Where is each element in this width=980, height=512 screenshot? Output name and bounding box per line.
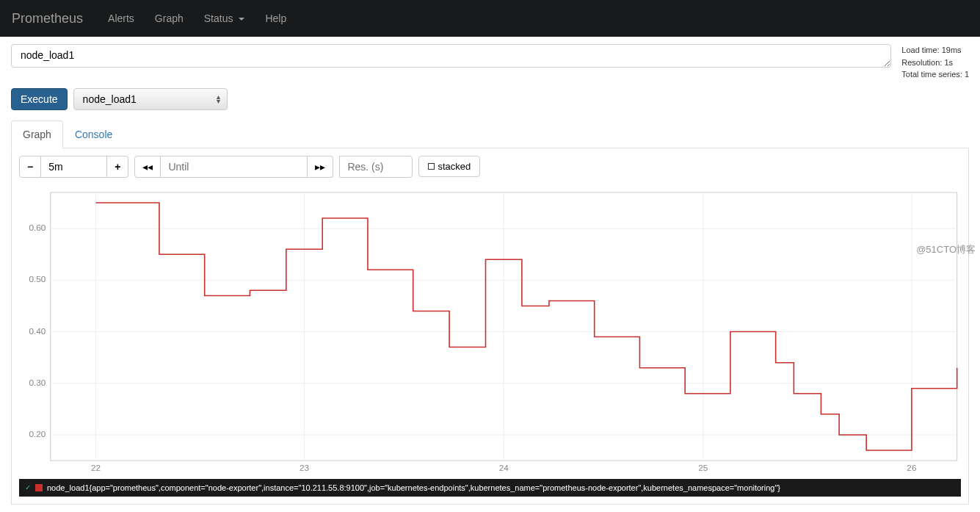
svg-text:24: 24 bbox=[499, 464, 509, 472]
svg-text:0.20: 0.20 bbox=[29, 430, 46, 439]
time-back-button[interactable]: ◂◂ bbox=[134, 156, 161, 178]
navbar: Prometheus Alerts Graph Status Help bbox=[0, 0, 980, 37]
caret-down-icon bbox=[239, 18, 244, 21]
range-decrease-button[interactable]: − bbox=[19, 156, 41, 178]
expression-input[interactable] bbox=[11, 44, 891, 68]
execute-button[interactable]: Execute bbox=[11, 88, 68, 110]
range-increase-button[interactable]: + bbox=[107, 156, 128, 178]
result-tabs: Graph Console bbox=[11, 120, 969, 148]
tab-console[interactable]: Console bbox=[63, 120, 124, 148]
nav-graph[interactable]: Graph bbox=[155, 12, 184, 24]
tab-graph[interactable]: Graph bbox=[11, 120, 63, 148]
nav-help[interactable]: Help bbox=[265, 12, 286, 24]
legend[interactable]: ✓ node_load1{app="prometheus",component=… bbox=[19, 479, 961, 497]
svg-text:25: 25 bbox=[698, 464, 708, 472]
stacked-toggle[interactable]: stacked bbox=[418, 156, 480, 177]
until-input[interactable] bbox=[161, 156, 308, 178]
metric-select[interactable]: node_load1 bbox=[73, 88, 228, 110]
time-forward-button[interactable]: ▸▸ bbox=[308, 156, 333, 178]
legend-swatch bbox=[35, 484, 43, 491]
svg-text:26: 26 bbox=[907, 464, 916, 472]
svg-text:0.40: 0.40 bbox=[29, 326, 46, 335]
time-group: ◂◂ ▸▸ bbox=[134, 156, 333, 178]
legend-check-icon: ✓ bbox=[25, 483, 31, 491]
res-group bbox=[339, 156, 413, 178]
chart[interactable]: 0.200.300.400.500.602223242526 bbox=[19, 185, 961, 479]
brand[interactable]: Prometheus bbox=[12, 11, 83, 26]
range-group: − + bbox=[19, 156, 128, 178]
nav-alerts[interactable]: Alerts bbox=[108, 12, 134, 24]
load-time: Load time: 19ms bbox=[901, 44, 969, 57]
stacked-icon bbox=[428, 163, 435, 170]
watermark: @51CTO博客 bbox=[916, 243, 976, 256]
svg-text:0.30: 0.30 bbox=[29, 378, 46, 387]
resolution-input[interactable] bbox=[339, 156, 413, 178]
svg-text:22: 22 bbox=[91, 464, 101, 472]
total-series: Total time series: 1 bbox=[901, 68, 969, 81]
svg-text:0.60: 0.60 bbox=[29, 223, 46, 232]
nav-list: Alerts Graph Status Help bbox=[98, 1, 297, 35]
svg-text:23: 23 bbox=[300, 464, 309, 472]
legend-label: node_load1{app="prometheus",component="n… bbox=[47, 483, 955, 492]
range-input[interactable] bbox=[41, 156, 107, 178]
nav-status-dropdown[interactable]: Status bbox=[204, 12, 245, 24]
svg-text:0.50: 0.50 bbox=[29, 275, 46, 284]
resolution: Resolution: 1s bbox=[901, 57, 969, 69]
query-stats: Load time: 19ms Resolution: 1s Total tim… bbox=[891, 44, 969, 81]
graph-panel: − + ◂◂ ▸▸ stacked 0.200.300.400.500.6022… bbox=[11, 148, 969, 505]
